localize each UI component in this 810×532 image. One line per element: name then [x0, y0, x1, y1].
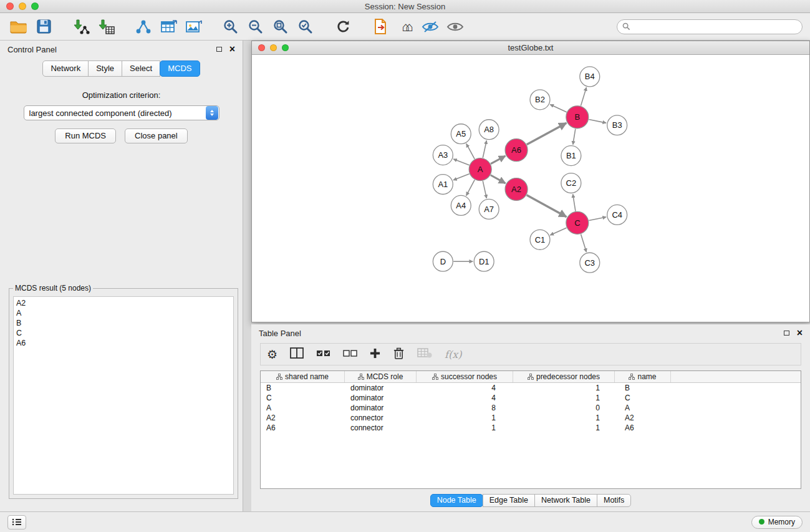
zoom-selected-button[interactable]	[294, 16, 317, 37]
table-cell[interactable]: A6	[615, 423, 671, 432]
minimize-view-icon[interactable]	[270, 44, 277, 51]
list-item[interactable]: A	[16, 308, 231, 318]
column-header-shared-name[interactable]: shared name	[261, 371, 345, 382]
edge-A-A6[interactable]	[491, 156, 506, 164]
table-cell[interactable]: B	[261, 384, 345, 392]
node-A6[interactable]: A6	[505, 139, 528, 162]
node-A8[interactable]: A8	[479, 120, 499, 140]
edge-A-A2[interactable]	[491, 175, 506, 183]
edge-C-C3[interactable]	[581, 234, 587, 252]
network-home-button[interactable]: ⌂⌂	[394, 16, 417, 37]
table-row[interactable]: Bdominator41B	[261, 383, 801, 393]
edge-A6-B[interactable]	[527, 123, 567, 144]
table-cell[interactable]: 0	[513, 404, 615, 412]
edge-A-A4[interactable]	[466, 180, 475, 195]
table-row[interactable]: Adominator80A	[261, 403, 801, 413]
mcds-result-list[interactable]: A2ABCA6	[13, 296, 234, 495]
node-A4[interactable]: A4	[451, 195, 471, 215]
edge-C-C2[interactable]	[573, 194, 576, 211]
table-cell[interactable]: dominator	[345, 404, 417, 412]
table-cell[interactable]: connector	[345, 423, 417, 432]
node-B2[interactable]: B2	[530, 90, 550, 110]
table-cell[interactable]: dominator	[345, 384, 417, 392]
save-session-button[interactable]	[32, 16, 55, 37]
tab-network[interactable]: Network	[42, 60, 89, 77]
run-mcds-button[interactable]: Run MCDS	[55, 128, 116, 143]
edge-A-A7[interactable]	[483, 181, 486, 198]
table-cell[interactable]: 1	[513, 414, 615, 422]
node-A2[interactable]: A2	[505, 178, 528, 201]
close-table-panel-icon[interactable]: ×	[797, 328, 803, 338]
table-cell[interactable]: 4	[417, 384, 513, 392]
node-C2[interactable]: C2	[561, 173, 581, 193]
table-cell[interactable]: B	[615, 384, 671, 392]
search-box[interactable]	[617, 19, 803, 34]
tab-motifs[interactable]: Motifs	[597, 494, 631, 507]
tab-network-table[interactable]: Network Table	[534, 494, 597, 507]
column-header-predecessor-nodes[interactable]: predecessor nodes	[513, 371, 615, 382]
criterion-select[interactable]: largest connected component (directed)	[24, 105, 219, 120]
node-B1[interactable]: B1	[561, 146, 581, 166]
export-table-button[interactable]	[157, 16, 180, 37]
node-C[interactable]: C	[566, 211, 589, 234]
zoom-window-icon[interactable]	[31, 2, 39, 10]
table-cell[interactable]: A	[261, 404, 345, 412]
select-all-button[interactable]	[316, 349, 330, 360]
column-header-name[interactable]: name	[615, 371, 671, 382]
list-item[interactable]: A6	[16, 338, 231, 348]
network-canvas[interactable]: B4B2BB3A5A8A6B1A3AC2A1A2A4A7C4CC1C3DD1	[252, 56, 809, 322]
network-graph[interactable]: B4B2BB3A5A8A6B1A3AC2A1A2A4A7C4CC1C3DD1	[252, 56, 809, 322]
node-A1[interactable]: A1	[433, 175, 453, 195]
hide-graphics-details-button[interactable]	[419, 16, 441, 37]
search-input[interactable]	[634, 22, 797, 31]
node-C3[interactable]: C3	[580, 253, 600, 273]
tab-style[interactable]: Style	[88, 60, 122, 77]
table-cell[interactable]: 8	[417, 404, 513, 412]
edge-A2-C[interactable]	[527, 195, 567, 217]
node-C4[interactable]: C4	[607, 205, 627, 225]
edge-B-B1[interactable]	[573, 129, 576, 145]
table-cell[interactable]: A2	[615, 414, 671, 422]
table-cell[interactable]: C	[615, 394, 671, 402]
table-cell[interactable]: A6	[261, 423, 345, 432]
import-network-button[interactable]	[70, 16, 92, 37]
node-B[interactable]: B	[566, 106, 589, 128]
show-columns-button[interactable]	[290, 347, 304, 361]
node-C1[interactable]: C1	[530, 230, 550, 249]
node-B4[interactable]: B4	[580, 67, 600, 87]
zoom-out-button[interactable]	[244, 16, 267, 37]
close-window-icon[interactable]	[6, 2, 14, 10]
close-view-icon[interactable]	[258, 44, 265, 51]
task-history-button[interactable]	[7, 515, 26, 530]
tab-select[interactable]: Select	[122, 60, 160, 77]
table-cell[interactable]: 1	[417, 423, 513, 432]
show-view-button[interactable]	[444, 16, 466, 37]
node-A3[interactable]: A3	[433, 145, 453, 165]
list-item[interactable]: B	[16, 318, 231, 328]
apply-layout-button[interactable]	[332, 16, 354, 37]
edge-B-B4[interactable]	[581, 87, 586, 106]
edge-C-C4[interactable]	[589, 217, 606, 221]
add-column-button[interactable]	[370, 348, 380, 361]
import-table-button[interactable]	[95, 16, 117, 37]
table-cell[interactable]: 1	[513, 384, 615, 392]
table-cell[interactable]: 1	[513, 394, 615, 402]
document-export-button[interactable]	[369, 16, 392, 37]
table-cell[interactable]: 4	[417, 394, 513, 402]
delete-column-button[interactable]	[393, 347, 405, 362]
table-cell[interactable]: 1	[417, 414, 513, 422]
edge-B-B2[interactable]	[550, 104, 566, 112]
table-cell[interactable]: dominator	[345, 394, 417, 402]
edge-B-B3[interactable]	[589, 120, 606, 123]
edge-A-A3[interactable]	[453, 159, 469, 165]
tab-edge-table[interactable]: Edge Table	[483, 494, 535, 507]
tab-mcds[interactable]: MCDS	[160, 60, 200, 77]
open-session-button[interactable]	[7, 16, 30, 37]
deselect-all-button[interactable]	[343, 349, 357, 360]
node-D[interactable]: D	[433, 251, 453, 271]
table-row[interactable]: A6connector11A6	[261, 423, 801, 433]
function-builder-button[interactable]: f(x)	[445, 349, 461, 360]
edge-A-A1[interactable]	[453, 174, 470, 180]
zoom-in-button[interactable]	[219, 16, 242, 37]
node-A[interactable]: A	[469, 158, 491, 181]
